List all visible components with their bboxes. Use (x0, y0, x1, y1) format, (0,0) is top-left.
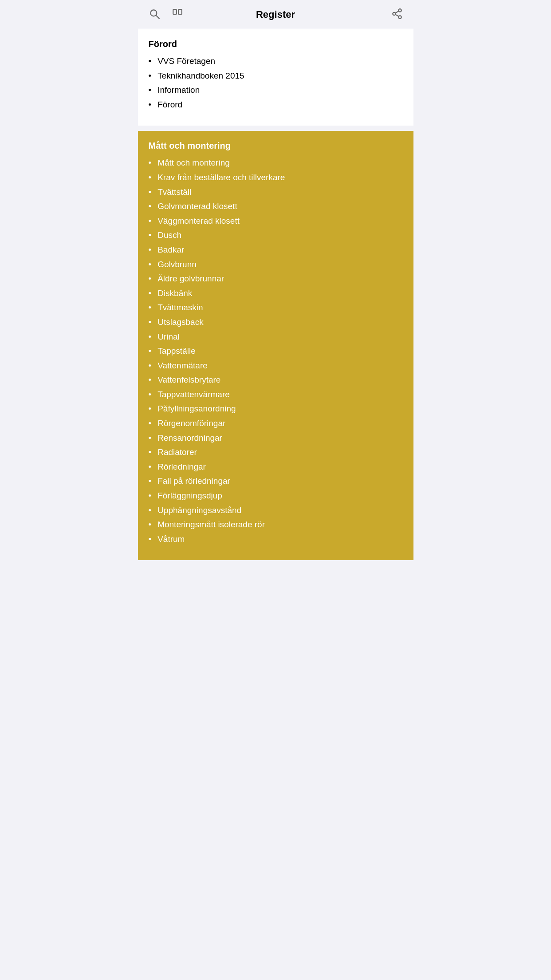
list-item-text: Rörledningar (157, 461, 206, 473)
list-item[interactable]: Vattenfelsbrytare (149, 374, 403, 386)
list-item[interactable]: Tvättställ (149, 186, 403, 198)
list-item[interactable]: VVS Företagen (149, 55, 403, 67)
list-item-text: Golvbrunn (157, 259, 197, 271)
list-item[interactable]: Väggmonterad klosett (149, 215, 403, 227)
header-left-icons (147, 6, 185, 23)
list-item-text: Tvättställ (157, 186, 191, 198)
list-item[interactable]: Våtrum (149, 533, 403, 545)
section-matt-title: Mått och montering (149, 141, 403, 151)
list-item[interactable]: Tappställe (149, 345, 403, 357)
list-item-text: Information (157, 84, 200, 96)
list-item-text: Tappvattenvärmare (157, 389, 230, 401)
list-item-text: Badkar (157, 244, 184, 256)
list-item-text: Våtrum (157, 533, 185, 545)
list-item-text: Radiatorer (157, 447, 197, 458)
section-divider (138, 126, 413, 131)
svg-rect-2 (173, 9, 177, 14)
bookmarks-icon (172, 8, 183, 20)
svg-line-5 (395, 11, 398, 13)
svg-line-4 (395, 15, 398, 16)
app-header: Register (138, 0, 413, 29)
list-item-text: Tvättmaskin (157, 302, 203, 314)
list-item-text: Tappställe (157, 345, 196, 357)
list-item[interactable]: Påfyllningsanordning (149, 403, 403, 415)
page-title: Register (256, 9, 295, 20)
list-item-text: Vattenfelsbrytare (157, 374, 220, 386)
list-item[interactable]: Förläggningsdjup (149, 490, 403, 502)
list-item[interactable]: Badkar (149, 244, 403, 256)
list-item[interactable]: Monteringsmått isolerade rör (149, 519, 403, 531)
list-item[interactable]: Golvbrunn (149, 259, 403, 271)
section-forord-title: Förord (149, 39, 403, 49)
list-item[interactable]: Information (149, 84, 403, 96)
list-item[interactable]: Rensanordningar (149, 432, 403, 444)
list-item[interactable]: Fall på rörledningar (149, 475, 403, 487)
list-item[interactable]: Äldre golvbrunnar (149, 273, 403, 285)
search-icon (149, 8, 160, 20)
list-item[interactable]: Teknikhandboken 2015 (149, 70, 403, 82)
list-item[interactable]: Rörledningar (149, 461, 403, 473)
list-item[interactable]: Dusch (149, 229, 403, 241)
share-icon (391, 8, 403, 20)
list-item-text: Golvmonterad klosett (157, 201, 237, 213)
share-button[interactable] (390, 6, 405, 23)
list-item-text: Rörgenomföringar (157, 418, 225, 430)
list-item-text: Förläggningsdjup (157, 490, 222, 502)
list-item[interactable]: Upphängningsavstånd (149, 505, 403, 517)
list-item-text: Upphängningsavstånd (157, 505, 241, 517)
list-item[interactable]: Rörgenomföringar (149, 418, 403, 430)
list-item-text: Urinal (157, 331, 180, 343)
list-item[interactable]: Urinal (149, 331, 403, 343)
list-item-text: Krav från beställare och tillverkare (157, 172, 285, 184)
svg-line-1 (156, 16, 159, 19)
section-forord: Förord VVS Företagen Teknikhandboken 201… (138, 29, 413, 126)
list-item[interactable]: Radiatorer (149, 447, 403, 458)
list-item[interactable]: Krav från beställare och tillverkare (149, 172, 403, 184)
list-item[interactable]: Utslagsback (149, 316, 403, 328)
matt-list: Mått och montering Krav från beställare … (149, 157, 403, 545)
search-button[interactable] (147, 6, 162, 23)
list-item[interactable]: Golvmonterad klosett (149, 201, 403, 213)
list-item-text: Monteringsmått isolerade rör (157, 519, 265, 531)
forord-list: VVS Företagen Teknikhandboken 2015 Infor… (149, 55, 403, 111)
list-item-text: Äldre golvbrunnar (157, 273, 224, 285)
list-item-text: Väggmonterad klosett (157, 215, 240, 227)
section-matt-och-montering: Mått och montering Mått och montering Kr… (138, 131, 413, 560)
list-item-text: Vattenmätare (157, 360, 208, 372)
list-item[interactable]: Diskbänk (149, 288, 403, 300)
list-item[interactable]: Vattenmätare (149, 360, 403, 372)
bookmarks-button[interactable] (170, 6, 185, 23)
list-item-text: Diskbänk (157, 288, 192, 300)
list-item-text: Rensanordningar (157, 432, 222, 444)
list-item[interactable]: Förord (149, 99, 403, 111)
list-item-text: Påfyllningsanordning (157, 403, 236, 415)
list-item-text: Dusch (157, 229, 181, 241)
list-item-text: Fall på rörledningar (157, 475, 230, 487)
list-item-text: Utslagsback (157, 316, 204, 328)
list-item-text: Teknikhandboken 2015 (157, 70, 244, 82)
list-item-text: VVS Företagen (157, 55, 215, 67)
list-item[interactable]: Tvättmaskin (149, 302, 403, 314)
list-item[interactable]: Mått och montering (149, 157, 403, 169)
list-item[interactable]: Tappvattenvärmare (149, 389, 403, 401)
svg-rect-3 (178, 9, 182, 14)
list-item-text: Förord (157, 99, 182, 111)
list-item-text: Mått och montering (157, 157, 230, 169)
